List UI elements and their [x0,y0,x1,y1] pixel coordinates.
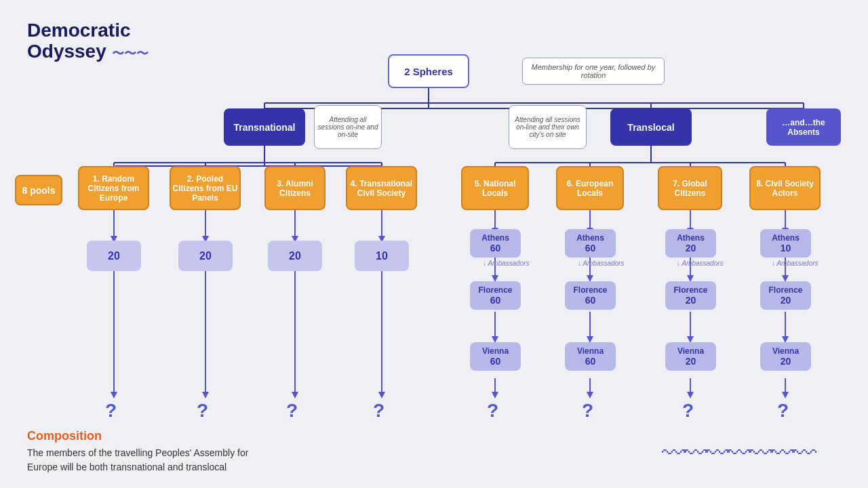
pool-7: 7. Global Citizens [658,166,722,210]
qmark-2: ? [197,400,208,422]
logo: Democratic Odyssey 〜〜〜 [27,20,149,62]
attending-trans-note: Attending all sessions on-ine and on-sit… [314,105,382,149]
transnational-node: Transnational [224,108,305,146]
count-pool-2: 20 [178,241,233,271]
composition-body: The members of the travelling Peoples' A… [27,446,248,474]
qmark-4: ? [373,400,384,422]
pool-4: 4. Transnational Civil Society [346,166,417,210]
pool7-athens: Athens 20 [665,229,716,258]
qmark-7: ? [682,400,694,422]
pool7-ambassador-1: ↓ Ambassadors [677,260,724,267]
count-pool-1: 20 [87,241,141,271]
svg-marker-59 [587,392,593,399]
qmark-8: ? [777,400,789,422]
count-pool-4: 10 [355,241,409,271]
qmark-3: ? [286,400,298,422]
pool-2: 2. Pooled Citizens from EU Panels [170,166,241,210]
svg-marker-41 [292,392,298,399]
pools-label: 8 pools [15,175,62,205]
composition-title: Composition [27,429,248,443]
svg-marker-75 [782,392,789,399]
pool-5: 5. National Locals [461,166,529,210]
pool6-florence: Florence 60 [565,281,616,310]
logo-text: Democratic Odyssey 〜〜〜 [27,20,149,62]
svg-marker-37 [111,392,117,399]
pool-8: 8. Civil Society Actors [749,166,821,210]
pool5-ambassador-1: ↓ Ambassadors [483,260,530,267]
logo-wave: 〜〜〜 [112,47,149,60]
qmark-6: ? [582,400,593,422]
pool5-athens: Athens 60 [470,229,521,258]
svg-marker-51 [492,392,498,399]
pool8-athens: Athens 10 [760,229,811,258]
translocal-node: Translocal [610,108,692,146]
attending-translocal-note: Attending all sessions on-line and their… [509,105,587,149]
svg-marker-39 [202,392,209,399]
pool6-ambassador-1: ↓ Ambassadors [578,260,625,267]
pool-6: 6. European Locals [556,166,624,210]
membership-note: Membership for one year, followed by rot… [522,58,665,85]
spheres-node: 2 Spheres [388,54,469,88]
absents-node: …and…the Absents [766,108,841,146]
pool5-vienna: Vienna 60 [470,342,521,371]
count-pool-3: 20 [268,241,322,271]
pool8-florence: Florence 20 [760,281,811,310]
bottom-text: Composition The members of the travellin… [27,429,248,474]
pool7-florence: Florence 20 [665,281,716,310]
qmark-5: ? [487,400,498,422]
pool-3: 3. Alumni Citizens [264,166,326,210]
pool6-athens: Athens 60 [565,229,616,258]
pool-1: 1. Random Citizens from Europe [78,166,149,210]
svg-marker-43 [378,392,385,399]
pool6-vienna: Vienna 60 [565,342,616,371]
decorative-wave: 〰〰〰〰〰〰〰 [662,439,814,468]
pool8-ambassador-1: ↓ Ambassadors [772,260,818,267]
pool5-florence: Florence 60 [470,281,521,310]
pool7-vienna: Vienna 20 [665,342,716,371]
svg-marker-67 [687,392,694,399]
pool8-vienna: Vienna 20 [760,342,811,371]
qmark-1: ? [105,400,117,422]
